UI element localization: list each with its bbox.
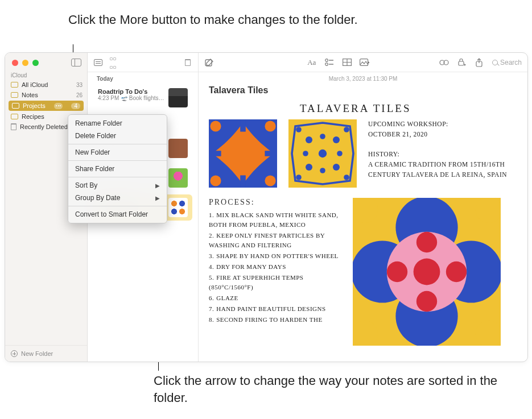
svg-point-15 bbox=[265, 121, 275, 131]
maximize-window-button[interactable] bbox=[32, 60, 39, 66]
process-section: PROCESS: 1.MIX BLACK SAND WITH WHITE SAN… bbox=[209, 198, 343, 326]
svg-point-23 bbox=[319, 150, 327, 157]
svg-point-1 bbox=[325, 59, 328, 62]
link-button[interactable] bbox=[439, 59, 449, 67]
close-window-button[interactable] bbox=[12, 60, 18, 66]
gallery-view-button[interactable] bbox=[109, 59, 118, 67]
menu-share-folder[interactable]: Share Folder bbox=[68, 163, 167, 175]
delete-note-button[interactable] bbox=[183, 59, 192, 67]
share-button[interactable] bbox=[475, 58, 484, 67]
svg-point-25 bbox=[333, 136, 340, 143]
svg-point-27 bbox=[333, 164, 340, 171]
compose-button[interactable] bbox=[204, 58, 214, 67]
menu-rename-folder[interactable]: Rename Folder bbox=[68, 117, 167, 130]
more-icon[interactable] bbox=[54, 103, 63, 109]
note-top-annotations: UPCOMING WORKSHOP: OCTOBER 21, 2020 HIST… bbox=[368, 119, 507, 180]
sidebar-item-label: Recipes bbox=[22, 113, 44, 120]
svg-point-24 bbox=[306, 136, 312, 143]
trash-icon bbox=[11, 123, 17, 130]
window-controls bbox=[5, 53, 87, 70]
svg-point-44 bbox=[416, 291, 437, 312]
svg-point-16 bbox=[210, 175, 221, 186]
menu-separator bbox=[68, 160, 167, 161]
menu-separator bbox=[68, 206, 167, 206]
svg-point-26 bbox=[306, 164, 312, 171]
lock-button[interactable] bbox=[457, 58, 467, 67]
new-folder-button[interactable]: New Folder bbox=[5, 345, 87, 362]
sidebar-item-notes[interactable]: Notes 26 bbox=[5, 90, 87, 100]
sidebar-item-count: 26 bbox=[76, 92, 83, 98]
menu-group-by-date[interactable]: Group By Date▶ bbox=[68, 192, 167, 204]
menu-new-folder[interactable]: New Folder bbox=[68, 146, 167, 159]
minimize-window-button[interactable] bbox=[22, 60, 28, 66]
new-folder-label: New Folder bbox=[21, 350, 53, 357]
note-editor: Aa Search Marc bbox=[199, 53, 527, 362]
sidebar-item-projects[interactable]: Projects 4 bbox=[9, 101, 84, 111]
menu-delete-folder[interactable]: Delete Folder bbox=[68, 130, 167, 142]
media-button[interactable] bbox=[360, 59, 369, 66]
folder-context-menu: Rename Folder Delete Folder New Folder S… bbox=[68, 114, 167, 223]
list-toolbar bbox=[88, 53, 198, 72]
callout-top: Click the More button to make changes to… bbox=[68, 11, 358, 28]
folder-icon bbox=[11, 82, 18, 88]
svg-point-31 bbox=[337, 151, 343, 156]
svg-rect-18 bbox=[240, 119, 246, 132]
menu-sort-by[interactable]: Sort By▶ bbox=[68, 179, 167, 192]
folder-icon bbox=[12, 103, 19, 109]
sidebar-toggle-icon[interactable] bbox=[71, 59, 81, 67]
callout-bottom: Click the arrow to change the way your n… bbox=[154, 372, 532, 406]
search-placeholder: Search bbox=[500, 59, 522, 67]
note-thumbnail bbox=[168, 168, 188, 188]
sidebar-item-all-icloud[interactable]: All iCloud 33 bbox=[5, 80, 87, 90]
list-view-button[interactable] bbox=[93, 59, 102, 67]
menu-separator bbox=[68, 144, 167, 144]
sidebar-item-label: Notes bbox=[22, 92, 38, 98]
svg-point-46 bbox=[446, 262, 467, 282]
svg-point-17 bbox=[265, 175, 275, 186]
svg-rect-21 bbox=[265, 151, 277, 156]
chevron-right-icon: ▶ bbox=[155, 182, 160, 189]
menu-separator bbox=[68, 177, 167, 177]
checklist-button[interactable] bbox=[324, 59, 334, 66]
note-body[interactable]: TALAVERA TILES bbox=[199, 101, 527, 362]
svg-rect-19 bbox=[240, 175, 246, 188]
menu-convert-smart-folder[interactable]: Convert to Smart Folder bbox=[68, 208, 167, 221]
format-button[interactable]: Aa bbox=[307, 58, 316, 67]
sidebar-item-count: 4 bbox=[71, 103, 80, 109]
handwritten-title: TALAVERA TILES bbox=[300, 102, 517, 115]
note-thumbnail bbox=[168, 198, 188, 217]
svg-rect-20 bbox=[209, 151, 221, 156]
svg-rect-11 bbox=[459, 61, 464, 65]
plus-circle-icon bbox=[11, 350, 18, 357]
svg-point-28 bbox=[320, 134, 325, 139]
note-title-heading: Talavera Tiles bbox=[199, 83, 527, 101]
sidebar-item-label: All iCloud bbox=[22, 81, 48, 88]
tile-image-yellow bbox=[288, 119, 357, 188]
svg-point-35 bbox=[344, 175, 349, 180]
svg-point-3 bbox=[325, 63, 328, 66]
svg-point-29 bbox=[320, 168, 325, 173]
tile-image-orange bbox=[209, 119, 277, 188]
folder-icon bbox=[11, 92, 18, 98]
note-thumbnail bbox=[168, 139, 188, 158]
svg-point-32 bbox=[296, 127, 302, 132]
search-icon bbox=[492, 60, 498, 65]
notes-window: iCloud All iCloud 33 Notes 26 Projects 4… bbox=[5, 52, 528, 362]
note-date: March 3, 2023 at 11:30 PM bbox=[199, 72, 527, 83]
table-button[interactable] bbox=[342, 59, 352, 66]
svg-point-30 bbox=[303, 151, 308, 156]
svg-point-42 bbox=[414, 259, 440, 285]
note-preview: 4:23 PM 🛫 Book flights🛫 … bbox=[98, 95, 165, 101]
notes-date-header: Today bbox=[88, 72, 198, 83]
note-item-roadtrip[interactable]: Roadtrip To Do's 4:23 PM 🛫 Book flights🛫… bbox=[93, 85, 192, 111]
svg-point-45 bbox=[387, 262, 407, 282]
tile-image-flower bbox=[353, 198, 501, 346]
svg-point-14 bbox=[210, 121, 221, 131]
note-title: Roadtrip To Do's bbox=[98, 88, 165, 95]
svg-point-43 bbox=[416, 232, 437, 252]
search-field[interactable]: Search bbox=[492, 59, 522, 67]
sidebar-item-count: 33 bbox=[76, 82, 83, 88]
folder-icon bbox=[11, 114, 18, 119]
chevron-right-icon: ▶ bbox=[155, 195, 160, 201]
sidebar-item-label: Recently Deleted bbox=[20, 123, 68, 130]
